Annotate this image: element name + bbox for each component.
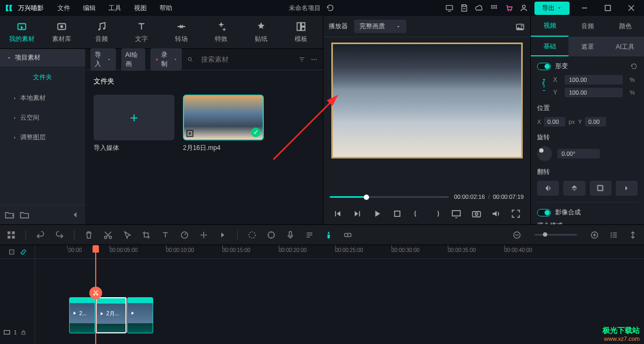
text-tool-icon[interactable]	[161, 230, 170, 240]
camera-icon[interactable]	[471, 208, 482, 219]
flip-vertical-button[interactable]	[563, 181, 585, 196]
zoom-slider[interactable]	[534, 234, 577, 236]
search-input[interactable]	[199, 53, 293, 65]
sidebar-project-media[interactable]: 项目素材	[0, 49, 85, 66]
menu-view[interactable]: 视图	[129, 4, 152, 13]
refresh-icon[interactable]	[326, 4, 334, 12]
sidebar-cloud[interactable]: 云空间	[0, 108, 85, 128]
tab-video[interactable]: 视频	[531, 16, 568, 37]
device-icon[interactable]	[445, 4, 454, 12]
color-icon[interactable]	[247, 230, 257, 240]
pos-x-input[interactable]: 0.00	[544, 117, 565, 127]
redo-icon[interactable]	[55, 230, 64, 240]
quality-select[interactable]: 完整画质	[354, 20, 406, 33]
minimize-button[interactable]	[576, 2, 593, 14]
export-button[interactable]: 导出	[534, 2, 570, 15]
zoom-in-icon[interactable]	[590, 230, 599, 240]
folder-icon[interactable]	[19, 209, 30, 220]
user-icon[interactable]	[520, 4, 528, 12]
speed-icon[interactable]	[180, 230, 189, 240]
scissor-icon[interactable]	[89, 287, 102, 299]
collapse-icon[interactable]	[70, 209, 81, 220]
transform-toggle[interactable]	[537, 63, 551, 70]
ai-draw-button[interactable]: AI绘画	[121, 48, 145, 71]
link-icon[interactable]	[540, 77, 548, 93]
scale-y-input[interactable]: 100.00	[565, 88, 623, 97]
menu-edit[interactable]: 编辑	[78, 4, 101, 13]
progress-bar[interactable]	[330, 196, 449, 198]
sidebar-adjust-layer[interactable]: 调整图层	[0, 128, 85, 147]
cut-icon[interactable]	[103, 230, 113, 240]
sidebar-local-media[interactable]: 本地素材	[0, 88, 85, 108]
import-button[interactable]: 导入	[90, 48, 116, 71]
tab-transition[interactable]: 转场	[162, 21, 202, 44]
tab-templates[interactable]: 模板	[281, 21, 321, 44]
lock-icon[interactable]	[20, 329, 27, 335]
reset-icon[interactable]	[630, 63, 638, 70]
timeline-playhead[interactable]	[95, 245, 96, 344]
volume-icon[interactable]	[491, 208, 501, 219]
timeline-clip-1[interactable]: 2...	[69, 297, 95, 333]
stop-icon[interactable]	[392, 208, 403, 219]
snapshot-icon[interactable]	[515, 22, 525, 31]
subtab-mask[interactable]: 遮罩	[568, 37, 606, 56]
mic-icon[interactable]	[286, 230, 295, 240]
preview-video[interactable]	[323, 37, 530, 190]
rotation-input[interactable]: 0.00°	[557, 149, 600, 158]
display-icon[interactable]	[451, 208, 462, 219]
keyframe-icon[interactable]	[343, 230, 353, 240]
menu-help[interactable]: 帮助	[154, 4, 178, 13]
timeline-clip-2[interactable]: 2月...	[96, 297, 127, 333]
menu-file[interactable]: 文件	[52, 4, 76, 13]
import-media-button[interactable]: +	[94, 95, 174, 140]
composite-toggle[interactable]	[537, 209, 551, 216]
snap-icon[interactable]	[8, 248, 15, 256]
menu-tools[interactable]: 工具	[103, 4, 127, 13]
subtitle-icon[interactable]	[305, 230, 314, 240]
scale-x-input[interactable]: 100.00	[565, 75, 623, 85]
delete-icon[interactable]	[84, 230, 94, 240]
timeline-clip-3[interactable]	[127, 297, 153, 333]
apps-icon[interactable]	[490, 4, 498, 12]
cart-icon[interactable]	[505, 4, 513, 12]
link-clips-icon[interactable]	[20, 248, 27, 256]
marker-icon[interactable]	[324, 230, 333, 240]
pointer-icon[interactable]	[122, 230, 132, 240]
timeline-main[interactable]: :00:00 00:00:05:00 00:00:10:00 00:00:15:…	[35, 245, 644, 344]
more-icon[interactable]	[311, 55, 317, 64]
close-button[interactable]	[623, 2, 640, 14]
tab-effects[interactable]: 特效	[201, 21, 241, 44]
next-frame-icon[interactable]	[352, 208, 363, 219]
view-mode-icon[interactable]	[609, 230, 618, 240]
filter-icon[interactable]	[298, 55, 305, 64]
layout-icon[interactable]	[6, 230, 16, 240]
maximize-button[interactable]	[599, 2, 616, 14]
fullscreen-icon[interactable]	[511, 208, 521, 219]
sidebar-folder[interactable]: 文件夹	[0, 66, 85, 88]
mark-in-icon[interactable]	[412, 208, 422, 219]
cloud-icon[interactable]	[475, 4, 483, 12]
timeline-ruler[interactable]: :00:00 00:00:05:00 00:00:10:00 00:00:15:…	[35, 245, 644, 259]
split-icon[interactable]	[199, 230, 208, 240]
tab-my-media[interactable]: 我的素材	[2, 21, 42, 44]
undo-icon[interactable]	[36, 230, 45, 240]
tab-audio-props[interactable]: 音频	[568, 16, 606, 37]
more-tools-icon[interactable]	[218, 230, 228, 240]
pos-y-input[interactable]: 0.00	[585, 117, 606, 127]
rotation-dial[interactable]	[537, 146, 552, 161]
zoom-out-icon[interactable]	[512, 230, 522, 240]
flip-horizontal-button[interactable]	[537, 181, 559, 196]
media-clip-thumb[interactable]: ✓	[183, 95, 264, 140]
subtab-ai[interactable]: AI工具	[606, 37, 644, 56]
crop-icon[interactable]	[141, 230, 151, 240]
tab-audio[interactable]: 音频	[82, 21, 122, 44]
flip-both-button[interactable]	[590, 181, 612, 196]
tab-text[interactable]: 文字	[122, 21, 162, 44]
tab-stickers[interactable]: 贴纸	[241, 21, 281, 44]
tab-color[interactable]: 颜色	[606, 16, 644, 37]
subtab-basic[interactable]: 基础	[531, 37, 568, 56]
adjust-icon[interactable]	[266, 230, 276, 240]
prev-frame-icon[interactable]	[332, 208, 343, 219]
save-icon[interactable]	[460, 4, 469, 12]
tab-stock[interactable]: 素材库	[42, 21, 82, 44]
